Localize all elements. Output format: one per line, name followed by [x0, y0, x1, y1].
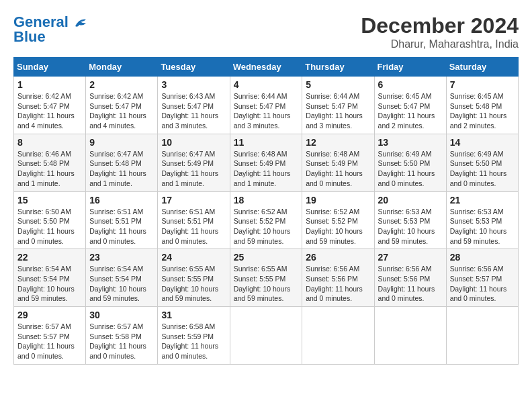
day-detail: Sunrise: 6:45 AM Sunset: 5:48 PM Dayligh… [450, 91, 515, 131]
table-row [230, 307, 302, 365]
day-detail: Sunrise: 6:49 AM Sunset: 5:50 PM Dayligh… [450, 149, 515, 189]
day-detail: Sunrise: 6:52 AM Sunset: 5:52 PM Dayligh… [306, 207, 370, 246]
day-number: 6 [378, 79, 443, 90]
day-number: 21 [450, 195, 515, 205]
day-detail: Sunrise: 6:54 AM Sunset: 5:54 PM Dayligh… [17, 264, 82, 304]
table-row: 13 Sunrise: 6:49 AM Sunset: 5:50 PM Dayl… [374, 134, 446, 191]
table-row: 10 Sunrise: 6:47 AM Sunset: 5:49 PM Dayl… [158, 134, 230, 191]
table-row: 29 Sunrise: 6:57 AM Sunset: 5:57 PM Dayl… [14, 307, 86, 365]
day-detail: Sunrise: 6:43 AM Sunset: 5:47 PM Dayligh… [161, 91, 226, 131]
col-sunday: Sunday [14, 58, 86, 77]
day-detail: Sunrise: 6:56 AM Sunset: 5:56 PM Dayligh… [378, 264, 443, 304]
col-saturday: Saturday [446, 58, 518, 77]
table-row: 3 Sunrise: 6:43 AM Sunset: 5:47 PM Dayli… [158, 77, 230, 134]
day-number: 13 [378, 137, 443, 148]
day-number: 26 [306, 252, 370, 263]
day-number: 28 [450, 252, 515, 263]
table-row: 4 Sunrise: 6:44 AM Sunset: 5:47 PM Dayli… [230, 77, 302, 134]
table-row: 26 Sunrise: 6:56 AM Sunset: 5:56 PM Dayl… [302, 249, 374, 307]
table-row: 18 Sunrise: 6:52 AM Sunset: 5:52 PM Dayl… [230, 191, 302, 249]
day-number: 17 [161, 195, 226, 205]
day-detail: Sunrise: 6:54 AM Sunset: 5:54 PM Dayligh… [89, 264, 154, 304]
day-number: 14 [450, 137, 515, 148]
table-row: 31 Sunrise: 6:58 AM Sunset: 5:59 PM Dayl… [158, 307, 230, 365]
col-tuesday: Tuesday [158, 58, 230, 77]
day-detail: Sunrise: 6:58 AM Sunset: 5:59 PM Dayligh… [161, 322, 226, 361]
day-number: 10 [161, 137, 226, 148]
day-detail: Sunrise: 6:52 AM Sunset: 5:52 PM Dayligh… [234, 207, 299, 246]
calendar-week-row: 22 Sunrise: 6:54 AM Sunset: 5:54 PM Dayl… [14, 249, 519, 307]
day-detail: Sunrise: 6:50 AM Sunset: 5:50 PM Dayligh… [17, 207, 82, 246]
day-detail: Sunrise: 6:51 AM Sunset: 5:51 PM Dayligh… [89, 207, 154, 246]
calendar-week-row: 29 Sunrise: 6:57 AM Sunset: 5:57 PM Dayl… [14, 307, 519, 365]
day-detail: Sunrise: 6:48 AM Sunset: 5:49 PM Dayligh… [306, 149, 370, 189]
day-detail: Sunrise: 6:57 AM Sunset: 5:57 PM Dayligh… [17, 322, 82, 361]
day-number: 9 [89, 137, 154, 148]
table-row: 22 Sunrise: 6:54 AM Sunset: 5:54 PM Dayl… [14, 249, 86, 307]
calendar-header-row: Sunday Monday Tuesday Wednesday Thursday… [14, 58, 519, 77]
logo-bird-icon [74, 17, 89, 29]
day-number: 5 [306, 79, 370, 90]
day-number: 31 [161, 310, 226, 320]
table-row: 9 Sunrise: 6:47 AM Sunset: 5:48 PM Dayli… [86, 134, 158, 191]
day-number: 12 [306, 137, 370, 148]
table-row: 12 Sunrise: 6:48 AM Sunset: 5:49 PM Dayl… [302, 134, 374, 191]
table-row: 15 Sunrise: 6:50 AM Sunset: 5:50 PM Dayl… [14, 191, 86, 249]
month-title: December 2024 [361, 13, 519, 38]
day-detail: Sunrise: 6:57 AM Sunset: 5:58 PM Dayligh… [89, 322, 154, 361]
day-number: 2 [89, 79, 154, 90]
day-detail: Sunrise: 6:44 AM Sunset: 5:47 PM Dayligh… [306, 91, 370, 131]
table-row [446, 307, 518, 365]
day-detail: Sunrise: 6:46 AM Sunset: 5:48 PM Dayligh… [17, 149, 82, 189]
calendar-week-row: 8 Sunrise: 6:46 AM Sunset: 5:48 PM Dayli… [14, 134, 519, 191]
col-monday: Monday [86, 58, 158, 77]
table-row: 8 Sunrise: 6:46 AM Sunset: 5:48 PM Dayli… [14, 134, 86, 191]
table-row: 20 Sunrise: 6:53 AM Sunset: 5:53 PM Dayl… [374, 191, 446, 249]
logo-blue: Blue [13, 28, 46, 46]
day-number: 11 [234, 137, 299, 148]
calendar-week-row: 1 Sunrise: 6:42 AM Sunset: 5:47 PM Dayli… [14, 77, 519, 134]
day-detail: Sunrise: 6:47 AM Sunset: 5:48 PM Dayligh… [89, 149, 154, 189]
table-row: 23 Sunrise: 6:54 AM Sunset: 5:54 PM Dayl… [86, 249, 158, 307]
day-number: 8 [17, 137, 82, 148]
day-detail: Sunrise: 6:55 AM Sunset: 5:55 PM Dayligh… [161, 264, 226, 304]
table-row: 30 Sunrise: 6:57 AM Sunset: 5:58 PM Dayl… [86, 307, 158, 365]
table-row: 7 Sunrise: 6:45 AM Sunset: 5:48 PM Dayli… [446, 77, 518, 134]
table-row: 17 Sunrise: 6:51 AM Sunset: 5:51 PM Dayl… [158, 191, 230, 249]
day-number: 20 [378, 195, 443, 205]
table-row [302, 307, 374, 365]
day-number: 16 [89, 195, 154, 205]
day-detail: Sunrise: 6:44 AM Sunset: 5:47 PM Dayligh… [234, 91, 299, 131]
title-section: December 2024 Dharur, Maharashtra, India [361, 13, 519, 50]
col-thursday: Thursday [302, 58, 374, 77]
day-detail: Sunrise: 6:51 AM Sunset: 5:51 PM Dayligh… [161, 207, 226, 246]
table-row: 27 Sunrise: 6:56 AM Sunset: 5:56 PM Dayl… [374, 249, 446, 307]
day-number: 25 [234, 252, 299, 263]
day-number: 22 [17, 252, 82, 263]
logo: General Blue [13, 13, 89, 46]
day-number: 1 [17, 79, 82, 90]
day-detail: Sunrise: 6:56 AM Sunset: 5:56 PM Dayligh… [306, 264, 370, 304]
day-number: 15 [17, 195, 82, 205]
day-number: 4 [234, 79, 299, 90]
table-row: 21 Sunrise: 6:53 AM Sunset: 5:53 PM Dayl… [446, 191, 518, 249]
table-row: 5 Sunrise: 6:44 AM Sunset: 5:47 PM Dayli… [302, 77, 374, 134]
page-header: General Blue December 2024 Dharur, Mahar… [13, 13, 519, 50]
calendar-week-row: 15 Sunrise: 6:50 AM Sunset: 5:50 PM Dayl… [14, 191, 519, 249]
day-detail: Sunrise: 6:42 AM Sunset: 5:47 PM Dayligh… [89, 91, 154, 131]
day-detail: Sunrise: 6:56 AM Sunset: 5:57 PM Dayligh… [450, 264, 515, 304]
day-detail: Sunrise: 6:45 AM Sunset: 5:47 PM Dayligh… [378, 91, 443, 131]
table-row: 1 Sunrise: 6:42 AM Sunset: 5:47 PM Dayli… [14, 77, 86, 134]
day-number: 29 [17, 310, 82, 320]
col-wednesday: Wednesday [230, 58, 302, 77]
day-detail: Sunrise: 6:55 AM Sunset: 5:55 PM Dayligh… [234, 264, 299, 304]
table-row [374, 307, 446, 365]
table-row: 16 Sunrise: 6:51 AM Sunset: 5:51 PM Dayl… [86, 191, 158, 249]
day-detail: Sunrise: 6:48 AM Sunset: 5:49 PM Dayligh… [234, 149, 299, 189]
day-detail: Sunrise: 6:53 AM Sunset: 5:53 PM Dayligh… [450, 207, 515, 246]
table-row: 6 Sunrise: 6:45 AM Sunset: 5:47 PM Dayli… [374, 77, 446, 134]
table-row: 19 Sunrise: 6:52 AM Sunset: 5:52 PM Dayl… [302, 191, 374, 249]
location-title: Dharur, Maharashtra, India [361, 38, 519, 50]
day-number: 3 [161, 79, 226, 90]
day-detail: Sunrise: 6:47 AM Sunset: 5:49 PM Dayligh… [161, 149, 226, 189]
